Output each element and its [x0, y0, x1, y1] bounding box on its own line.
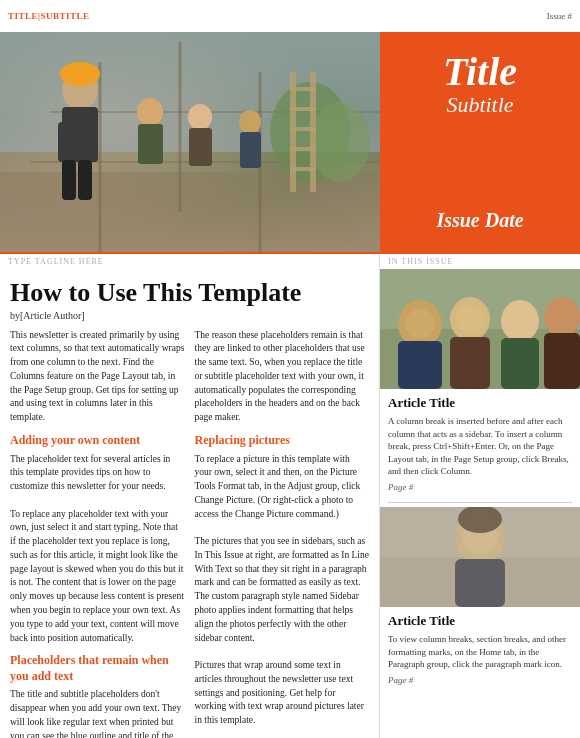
sidebar-article-2-body: To view column breaks, section breaks, a… [388, 633, 572, 671]
adding-text: The placeholder text for several article… [10, 453, 185, 646]
article-byline: by[Article Author] [10, 310, 369, 321]
hero-title: Title [443, 52, 517, 92]
section-heading-adding: Adding your own content [10, 433, 185, 449]
sidebar-photo-1-bg [380, 269, 580, 389]
sidebar-photo-2-bg [380, 507, 580, 607]
hero-date-block: Issue Date [436, 209, 523, 232]
svg-point-20 [239, 110, 261, 134]
sidebar-article-1: Article Title A column break is inserted… [380, 389, 580, 498]
svg-point-39 [405, 309, 435, 339]
sidebar-illustration-1 [380, 269, 580, 389]
hero-image-bg [0, 32, 380, 252]
svg-rect-25 [290, 107, 316, 111]
hero-section: Title Subtitle Issue Date [0, 32, 580, 252]
sidebar-article-1-body: A column break is inserted before and af… [388, 415, 572, 478]
sidebar-article-2: Article Title To view column breaks, sec… [380, 607, 580, 691]
svg-rect-12 [86, 122, 98, 162]
svg-rect-32 [398, 341, 442, 389]
svg-point-37 [544, 297, 580, 337]
title-subtitle-label: TITLE|SUBTITLE [0, 7, 380, 25]
svg-rect-27 [290, 147, 316, 151]
issue-label: Issue # [380, 7, 580, 25]
sidebar-photo-2 [380, 507, 580, 607]
section-heading-placeholders: Placeholders that remain when you add te… [10, 653, 185, 684]
hero-illustration [0, 32, 380, 252]
svg-rect-34 [450, 337, 490, 389]
svg-rect-1 [0, 172, 380, 252]
svg-point-35 [501, 300, 539, 342]
svg-point-15 [60, 62, 100, 86]
sidebar-article-2-title: Article Title [388, 613, 572, 629]
hero-title-block: Title Subtitle [443, 52, 517, 118]
section-heading-replacing: Replacing pictures [195, 433, 370, 449]
svg-rect-21 [240, 132, 261, 168]
hero-image [0, 32, 380, 252]
tagline-left: TYPE TAGLINE HERE [0, 254, 380, 269]
svg-rect-19 [189, 128, 212, 166]
intro-text: This newsletter is created primarily by … [10, 329, 185, 425]
two-col-text: This newsletter is created primarily by … [10, 329, 369, 738]
placeholders-text: The title and subtitle placeholders don'… [10, 688, 185, 738]
svg-rect-11 [58, 122, 70, 162]
replacing-text: To replace a picture in this template wi… [195, 453, 370, 728]
right-column: Article Title A column break is inserted… [380, 269, 580, 738]
svg-point-16 [137, 98, 163, 126]
sidebar-article-1-page: Page # [388, 482, 572, 492]
text-col-right: The reason these placeholders remain is … [195, 329, 370, 738]
svg-rect-26 [290, 127, 316, 131]
tagline-right: IN THIS ISSUE [380, 254, 580, 269]
svg-point-18 [188, 104, 212, 130]
sidebar-illustration-2 [380, 507, 580, 607]
text-col-left: This newsletter is created primarily by … [10, 329, 185, 738]
sidebar-article-1-title: Article Title [388, 395, 572, 411]
left-column: How to Use This Template by[Article Auth… [0, 269, 380, 738]
reason-text: The reason these placeholders remain is … [195, 329, 370, 425]
sidebar-photo-1 [380, 269, 580, 389]
svg-rect-13 [62, 160, 76, 200]
svg-point-8 [310, 102, 370, 182]
svg-rect-36 [501, 338, 539, 389]
hero-date: Issue Date [436, 209, 523, 232]
svg-rect-17 [138, 124, 163, 164]
top-bar: TITLE|SUBTITLE Issue # [0, 0, 580, 32]
sidebar-divider [388, 502, 572, 503]
svg-rect-38 [544, 333, 580, 389]
hero-subtitle: Subtitle [443, 92, 517, 118]
svg-rect-47 [380, 507, 580, 607]
main-article-title: How to Use This Template [10, 279, 369, 308]
tagline-bar: TYPE TAGLINE HERE IN THIS ISSUE [0, 252, 580, 269]
svg-point-40 [456, 305, 484, 333]
hero-sidebar: Title Subtitle Issue Date [380, 32, 580, 252]
svg-rect-14 [78, 160, 92, 200]
svg-rect-24 [290, 87, 316, 91]
main-content: How to Use This Template by[Article Auth… [0, 269, 580, 738]
svg-rect-28 [290, 167, 316, 171]
sidebar-article-2-page: Page # [388, 675, 572, 685]
